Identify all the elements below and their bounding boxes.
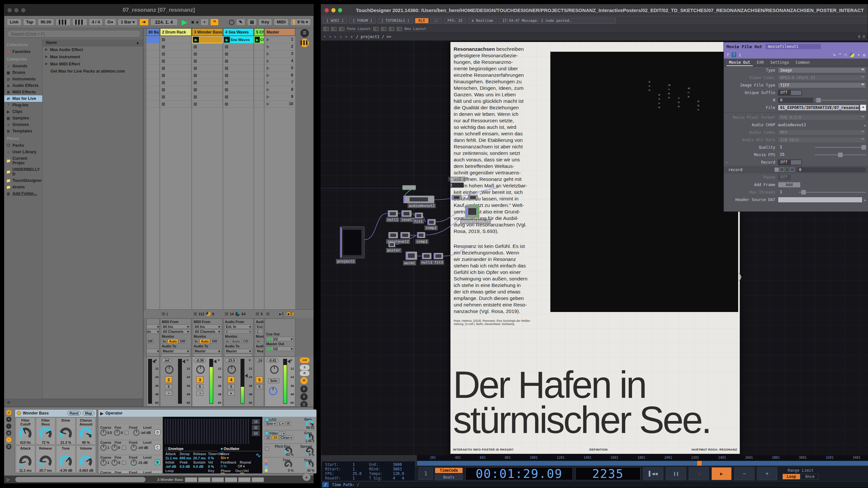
edit-icon[interactable]: ✎ bbox=[833, 53, 836, 57]
realtime-toggle[interactable]: ⊗ Realtime bbox=[468, 18, 497, 24]
grid-16[interactable]: 16 bbox=[252, 419, 260, 424]
play-forward-button[interactable]: ▶ bbox=[711, 467, 732, 480]
volume-value[interactable]: -Inf bbox=[162, 358, 172, 363]
tab-movie-out[interactable]: Movie Out bbox=[726, 60, 753, 66]
time-knob[interactable] bbox=[284, 461, 292, 468]
node-resolevel2[interactable] bbox=[388, 232, 398, 238]
breadcrumb[interactable]: / project1 / >> bbox=[356, 34, 391, 39]
clip-slot[interactable] bbox=[192, 58, 223, 65]
macro-attack[interactable]: Attack11.1 ms bbox=[16, 445, 35, 473]
step-forward-button[interactable]: + bbox=[757, 467, 777, 480]
clip-slot[interactable] bbox=[223, 65, 253, 72]
clip-slot[interactable] bbox=[192, 100, 223, 108]
node-null-fit3[interactable] bbox=[422, 253, 432, 259]
clip-slot[interactable] bbox=[160, 79, 191, 86]
mixer-show-button[interactable]: M bbox=[301, 377, 308, 384]
clip-slot[interactable] bbox=[192, 86, 223, 93]
operator-header[interactable]: ▶ Operator bbox=[98, 410, 316, 417]
sidebar-item-favorites[interactable]: ■Favorites bbox=[4, 48, 42, 55]
draw-mode-button[interactable]: ✎ bbox=[236, 19, 245, 26]
layout-preset-icon[interactable] bbox=[397, 27, 402, 31]
file-field[interactable]: 01_EXPORTS/INTERAKTIVE/07_resanzach bbox=[778, 105, 859, 110]
track-activator[interactable]: 4 bbox=[227, 377, 235, 383]
wiki-button[interactable]: [ WIKI ] bbox=[323, 18, 347, 24]
node-audiodevout2[interactable] bbox=[403, 196, 434, 203]
playhead[interactable] bbox=[697, 461, 702, 466]
node-small[interactable] bbox=[468, 195, 478, 200]
scene-slot[interactable]: 7 bbox=[265, 79, 295, 86]
macro-volume[interactable]: Volume-5.663 dB bbox=[76, 445, 96, 473]
scene-slot[interactable]: 5 bbox=[265, 65, 295, 72]
rand-button[interactable]: Rand bbox=[67, 411, 81, 416]
loop-button[interactable]: Loop bbox=[782, 474, 800, 480]
node-project2[interactable] bbox=[340, 226, 365, 258]
expand-device-view-icon[interactable]: ▲ bbox=[302, 473, 311, 481]
grid-32[interactable]: 32 bbox=[252, 425, 260, 430]
once-button[interactable]: Once bbox=[801, 474, 819, 480]
audio-chop-field[interactable]: audiodevout2 bbox=[778, 123, 806, 127]
wave-selector[interactable]: Sin ▾ bbox=[221, 456, 261, 460]
pan-knob[interactable] bbox=[196, 365, 205, 374]
node-fit1[interactable] bbox=[415, 213, 423, 219]
sidebar-item-audio-effects[interactable]: ⧈Audio Effects bbox=[4, 82, 42, 89]
volume-fader[interactable] bbox=[245, 374, 248, 378]
node-resolevel2b[interactable] bbox=[400, 232, 410, 238]
plus-icon[interactable]: ✚ bbox=[350, 34, 353, 39]
monitor-switch[interactable]: InAutoOff bbox=[193, 339, 221, 344]
list-icon[interactable]: ☰ bbox=[6, 444, 11, 449]
layout-preset-icon[interactable] bbox=[381, 27, 386, 31]
perform-mode-button[interactable]: O|I bbox=[415, 18, 429, 24]
clip-slot[interactable] bbox=[254, 86, 264, 93]
track-header-wonder-bass[interactable]: 3 Wonder Bass bbox=[192, 28, 223, 36]
tempo-field[interactable]: 90.00 bbox=[38, 19, 54, 26]
tab-settings[interactable]: Settings bbox=[768, 60, 792, 66]
minimize-icon[interactable] bbox=[331, 8, 335, 12]
sidebar-item-templates[interactable]: ⊞Templates bbox=[4, 128, 42, 134]
cue-volume-knob[interactable] bbox=[269, 387, 277, 395]
image-file-type-dropdown[interactable]: TIFF bbox=[778, 82, 866, 88]
master-status[interactable]: ▶☰ ▶☰ bbox=[265, 310, 295, 318]
env-peak[interactable]: 0.0 dB bbox=[180, 464, 193, 469]
overdub-button[interactable]: + bbox=[200, 19, 209, 26]
scene-slot[interactable]: 6 bbox=[265, 72, 295, 79]
oscillator-row-b[interactable]: CoarseFineFixedLevel 10-31 dB B bbox=[100, 455, 161, 470]
env-sustain[interactable]: 0.0 dB bbox=[193, 464, 208, 469]
sidebar-item-max-for-live[interactable]: ⇄Max for Live bbox=[4, 95, 42, 102]
clip-slot[interactable] bbox=[254, 51, 264, 58]
lfo-on-icon[interactable] bbox=[265, 418, 269, 421]
midi-channel-selector[interactable]: All Channels▾ bbox=[161, 329, 190, 334]
clip-slot[interactable] bbox=[160, 93, 191, 100]
track-activator[interactable]: 2 bbox=[165, 377, 172, 383]
browser-row-max-audio-effect[interactable]: ▶Max Audio Effect bbox=[43, 46, 143, 53]
clip-slot[interactable] bbox=[147, 72, 159, 79]
chop-picker-icon[interactable]: ↘ bbox=[864, 123, 866, 127]
audio-to-selector[interactable]: Master▾ bbox=[193, 349, 221, 353]
sidebar-item-midi-effects[interactable]: ≣MIDI Effects bbox=[4, 89, 42, 95]
clip-slot[interactable] bbox=[147, 86, 159, 93]
clip-slot[interactable] bbox=[147, 65, 159, 72]
clip-slot[interactable] bbox=[254, 65, 264, 72]
sidebar-item-grooves[interactable]: ≈Grooves bbox=[4, 121, 42, 128]
movie-fps-slider[interactable] bbox=[815, 152, 866, 158]
clip-slot[interactable] bbox=[192, 79, 223, 86]
tap-button[interactable]: Tap bbox=[23, 19, 36, 26]
track-header-drum-rack[interactable]: 2 Drum Rack bbox=[160, 28, 191, 36]
sidebar-item-user-library[interactable]: ☺User Library bbox=[4, 149, 42, 155]
unique-suffix-toggle[interactable]: Off bbox=[778, 90, 802, 96]
midi-from-selector[interactable]: All Ins▾ bbox=[193, 324, 221, 329]
zoom-icon[interactable] bbox=[338, 8, 342, 12]
oscvel-value[interactable]: 0 bbox=[236, 473, 238, 474]
info-icon[interactable]: i bbox=[739, 53, 741, 57]
chan-display-icon[interactable] bbox=[775, 167, 779, 172]
quantize-selector[interactable]: 1 Bar ▾ bbox=[118, 19, 138, 26]
clip-slot[interactable] bbox=[160, 72, 191, 79]
record-toggle[interactable]: Off bbox=[778, 159, 802, 165]
play-reverse-button[interactable]: ◀ bbox=[689, 467, 709, 480]
lfo-retrigger[interactable]: R bbox=[286, 422, 291, 426]
clip-slot[interactable] bbox=[254, 100, 264, 108]
network-editor[interactable]: e s o n o s e R z a o s o e R z n n n s … bbox=[321, 41, 868, 455]
expand-icon[interactable]: ▶ bbox=[45, 62, 48, 66]
timeline-range-bar[interactable] bbox=[417, 461, 868, 466]
scene-slot[interactable]: 1 bbox=[265, 36, 295, 43]
node-name-field[interactable]: moviefileout1 bbox=[766, 44, 821, 49]
